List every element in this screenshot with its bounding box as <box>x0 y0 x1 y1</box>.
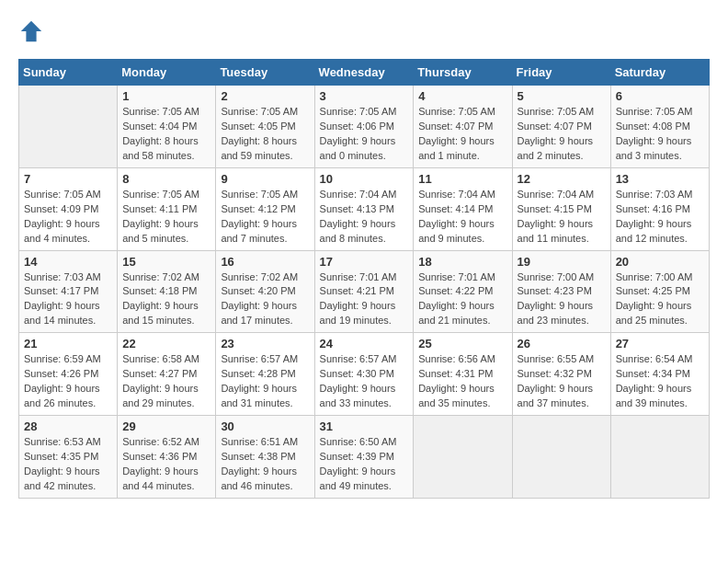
header-row: SundayMondayTuesdayWednesdayThursdayFrid… <box>19 60 710 86</box>
calendar-cell: 22Sunrise: 6:58 AMSunset: 4:27 PMDayligh… <box>118 333 216 416</box>
day-info: Sunrise: 7:05 AMSunset: 4:09 PMDaylight:… <box>24 188 112 247</box>
calendar-cell: 31Sunrise: 6:50 AMSunset: 4:39 PMDayligh… <box>314 416 414 499</box>
calendar-cell: 25Sunrise: 6:56 AMSunset: 4:31 PMDayligh… <box>414 333 512 416</box>
day-of-week-header: Friday <box>512 60 610 86</box>
logo-icon <box>18 18 44 44</box>
calendar-cell: 27Sunrise: 6:54 AMSunset: 4:34 PMDayligh… <box>610 333 709 416</box>
day-number: 16 <box>221 255 309 269</box>
calendar-cell: 16Sunrise: 7:02 AMSunset: 4:20 PMDayligh… <box>216 250 314 333</box>
day-number: 12 <box>518 172 606 186</box>
svg-marker-0 <box>21 21 41 41</box>
calendar-cell: 14Sunrise: 7:03 AMSunset: 4:17 PMDayligh… <box>19 250 118 333</box>
day-info: Sunrise: 6:58 AMSunset: 4:27 PMDaylight:… <box>122 352 210 411</box>
day-info: Sunrise: 6:51 AMSunset: 4:38 PMDaylight:… <box>221 435 309 494</box>
calendar-cell: 8Sunrise: 7:05 AMSunset: 4:11 PMDaylight… <box>118 167 216 250</box>
day-info: Sunrise: 6:57 AMSunset: 4:28 PMDaylight:… <box>221 352 309 411</box>
calendar-week-row: 7Sunrise: 7:05 AMSunset: 4:09 PMDaylight… <box>19 167 710 250</box>
day-number: 30 <box>221 419 309 433</box>
day-info: Sunrise: 7:05 AMSunset: 4:07 PMDaylight:… <box>418 105 506 164</box>
calendar-cell: 19Sunrise: 7:00 AMSunset: 4:23 PMDayligh… <box>512 250 610 333</box>
day-number: 27 <box>616 337 704 350</box>
calendar-cell: 10Sunrise: 7:04 AMSunset: 4:13 PMDayligh… <box>314 167 414 250</box>
calendar-cell: 3Sunrise: 7:05 AMSunset: 4:06 PMDaylight… <box>314 86 414 168</box>
calendar-cell: 30Sunrise: 6:51 AMSunset: 4:38 PMDayligh… <box>216 416 314 499</box>
calendar-cell: 26Sunrise: 6:55 AMSunset: 4:32 PMDayligh… <box>512 333 610 416</box>
day-number: 28 <box>24 419 112 433</box>
calendar-cell: 11Sunrise: 7:04 AMSunset: 4:14 PMDayligh… <box>414 167 512 250</box>
day-info: Sunrise: 7:05 AMSunset: 4:11 PMDaylight:… <box>122 188 210 247</box>
day-info: Sunrise: 7:05 AMSunset: 4:04 PMDaylight:… <box>122 105 210 164</box>
day-info: Sunrise: 7:05 AMSunset: 4:08 PMDaylight:… <box>616 105 704 164</box>
day-of-week-header: Wednesday <box>314 60 414 86</box>
day-number: 14 <box>24 255 112 269</box>
day-info: Sunrise: 7:00 AMSunset: 4:25 PMDaylight:… <box>616 270 704 329</box>
logo <box>18 18 48 44</box>
day-info: Sunrise: 7:04 AMSunset: 4:15 PMDaylight:… <box>518 188 606 247</box>
calendar-cell <box>512 416 610 499</box>
calendar-cell: 6Sunrise: 7:05 AMSunset: 4:08 PMDaylight… <box>610 86 709 168</box>
day-info: Sunrise: 7:03 AMSunset: 4:17 PMDaylight:… <box>24 270 112 329</box>
calendar-week-row: 1Sunrise: 7:05 AMSunset: 4:04 PMDaylight… <box>19 86 710 168</box>
day-number: 22 <box>122 337 210 350</box>
day-of-week-header: Tuesday <box>216 60 314 86</box>
day-number: 9 <box>221 172 309 186</box>
calendar-cell: 9Sunrise: 7:05 AMSunset: 4:12 PMDaylight… <box>216 167 314 250</box>
calendar-cell: 5Sunrise: 7:05 AMSunset: 4:07 PMDaylight… <box>512 86 610 168</box>
day-number: 18 <box>418 255 506 269</box>
calendar-cell: 4Sunrise: 7:05 AMSunset: 4:07 PMDaylight… <box>414 86 512 168</box>
day-number: 3 <box>320 89 409 103</box>
day-number: 31 <box>320 419 409 433</box>
calendar-cell: 21Sunrise: 6:59 AMSunset: 4:26 PMDayligh… <box>19 333 118 416</box>
day-info: Sunrise: 6:52 AMSunset: 4:36 PMDaylight:… <box>122 435 210 494</box>
day-number: 26 <box>518 337 606 350</box>
calendar-header: SundayMondayTuesdayWednesdayThursdayFrid… <box>19 60 710 86</box>
day-info: Sunrise: 7:03 AMSunset: 4:16 PMDaylight:… <box>616 188 704 247</box>
day-number: 1 <box>122 89 210 103</box>
day-of-week-header: Thursday <box>414 60 512 86</box>
day-info: Sunrise: 7:00 AMSunset: 4:23 PMDaylight:… <box>518 270 606 329</box>
day-of-week-header: Sunday <box>19 60 118 86</box>
calendar-cell: 29Sunrise: 6:52 AMSunset: 4:36 PMDayligh… <box>118 416 216 499</box>
calendar-cell: 18Sunrise: 7:01 AMSunset: 4:22 PMDayligh… <box>414 250 512 333</box>
day-number: 5 <box>518 89 606 103</box>
calendar-cell: 28Sunrise: 6:53 AMSunset: 4:35 PMDayligh… <box>19 416 118 499</box>
day-number: 23 <box>221 337 309 350</box>
calendar-cell: 15Sunrise: 7:02 AMSunset: 4:18 PMDayligh… <box>118 250 216 333</box>
day-number: 19 <box>518 255 606 269</box>
calendar-cell: 1Sunrise: 7:05 AMSunset: 4:04 PMDaylight… <box>118 86 216 168</box>
calendar-cell <box>610 416 709 499</box>
calendar-cell: 7Sunrise: 7:05 AMSunset: 4:09 PMDaylight… <box>19 167 118 250</box>
day-info: Sunrise: 6:54 AMSunset: 4:34 PMDaylight:… <box>616 352 704 411</box>
day-number: 4 <box>418 89 506 103</box>
calendar-cell <box>19 86 118 168</box>
calendar-cell: 24Sunrise: 6:57 AMSunset: 4:30 PMDayligh… <box>314 333 414 416</box>
page-header <box>18 18 710 44</box>
day-info: Sunrise: 7:04 AMSunset: 4:14 PMDaylight:… <box>418 188 506 247</box>
calendar-cell: 23Sunrise: 6:57 AMSunset: 4:28 PMDayligh… <box>216 333 314 416</box>
day-number: 24 <box>320 337 409 350</box>
day-info: Sunrise: 6:56 AMSunset: 4:31 PMDaylight:… <box>418 352 506 411</box>
calendar-cell <box>414 416 512 499</box>
day-number: 13 <box>616 172 704 186</box>
day-info: Sunrise: 6:55 AMSunset: 4:32 PMDaylight:… <box>518 352 606 411</box>
calendar-cell: 2Sunrise: 7:05 AMSunset: 4:05 PMDaylight… <box>216 86 314 168</box>
day-number: 2 <box>221 89 309 103</box>
day-number: 6 <box>616 89 704 103</box>
calendar-cell: 13Sunrise: 7:03 AMSunset: 4:16 PMDayligh… <box>610 167 709 250</box>
day-info: Sunrise: 7:05 AMSunset: 4:12 PMDaylight:… <box>221 188 309 247</box>
day-info: Sunrise: 7:04 AMSunset: 4:13 PMDaylight:… <box>320 188 409 247</box>
day-number: 20 <box>616 255 704 269</box>
day-info: Sunrise: 7:02 AMSunset: 4:18 PMDaylight:… <box>122 270 210 329</box>
day-info: Sunrise: 7:05 AMSunset: 4:05 PMDaylight:… <box>221 105 309 164</box>
day-info: Sunrise: 6:57 AMSunset: 4:30 PMDaylight:… <box>320 352 409 411</box>
calendar-week-row: 28Sunrise: 6:53 AMSunset: 4:35 PMDayligh… <box>19 416 710 499</box>
day-number: 11 <box>418 172 506 186</box>
day-number: 29 <box>122 419 210 433</box>
day-number: 17 <box>320 255 409 269</box>
day-of-week-header: Monday <box>118 60 216 86</box>
day-info: Sunrise: 7:02 AMSunset: 4:20 PMDaylight:… <box>221 270 309 329</box>
calendar-cell: 12Sunrise: 7:04 AMSunset: 4:15 PMDayligh… <box>512 167 610 250</box>
calendar-table: SundayMondayTuesdayWednesdayThursdayFrid… <box>18 59 710 499</box>
day-info: Sunrise: 7:01 AMSunset: 4:21 PMDaylight:… <box>320 270 409 329</box>
day-number: 7 <box>24 172 112 186</box>
